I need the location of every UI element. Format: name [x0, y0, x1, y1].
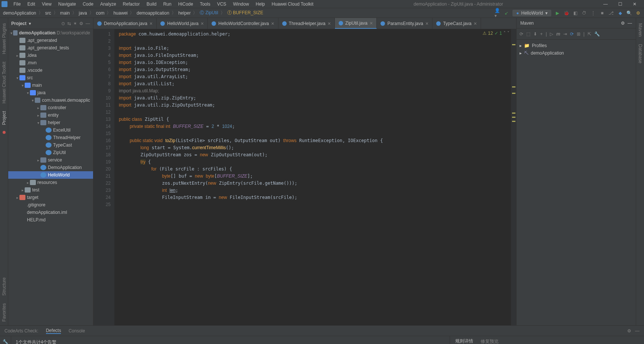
- tree-node[interactable]: .vscode: [8, 67, 93, 74]
- favorites-tab[interactable]: Favorites: [1, 300, 7, 325]
- menu-analyze[interactable]: Analyze: [97, 1, 119, 7]
- run-icon[interactable]: ▷: [550, 31, 553, 37]
- expand-icon[interactable]: ⇆: [67, 21, 71, 26]
- tree-node[interactable]: entity: [8, 111, 93, 119]
- tree-node[interactable]: ExcelUtil: [8, 126, 93, 134]
- tree-node[interactable]: HELP.md: [8, 216, 93, 224]
- tree-node[interactable]: demoApplication.iml: [8, 209, 93, 216]
- defects-list[interactable]: 1个文件共计4个告警 ▾ Ⓒ ZipUtil.java 4 ⚠Do not im…: [11, 336, 450, 344]
- crumb[interactable]: demoApplication: [3, 10, 36, 16]
- hide-icon[interactable]: —: [628, 21, 632, 26]
- tree-node[interactable]: java: [8, 89, 93, 96]
- crumb[interactable]: ⓕ BUFFER_SIZE: [227, 10, 264, 16]
- tree-node[interactable]: com.huawei.demoapplic: [8, 96, 93, 104]
- skip-tests-icon[interactable]: ⇥: [563, 31, 567, 37]
- marker-bar[interactable]: [511, 29, 516, 325]
- maven-project[interactable]: ▸⛏demoApplication: [520, 49, 633, 57]
- maven-tab[interactable]: Maven: [637, 19, 644, 40]
- menu-refactor[interactable]: Refactor: [120, 1, 143, 7]
- tab-demo-application[interactable]: DemoApplication.java×: [93, 18, 157, 29]
- menu-build[interactable]: Build: [144, 1, 160, 7]
- exec-icon[interactable]: m: [556, 31, 560, 37]
- tree-node[interactable]: main: [8, 82, 93, 89]
- close-icon[interactable]: ×: [201, 21, 204, 27]
- tab-helloworld[interactable]: HelloWorld.java×: [157, 18, 208, 29]
- gear-icon[interactable]: ⚙: [79, 21, 83, 26]
- close-icon[interactable]: ×: [425, 21, 428, 27]
- pull-icon[interactable]: ↙: [503, 10, 509, 16]
- fix-preview-tab[interactable]: 修复预览: [481, 338, 499, 344]
- defects-tab[interactable]: Defects: [46, 328, 61, 334]
- menu-help[interactable]: Help: [253, 1, 268, 7]
- minimize-icon[interactable]: —: [600, 1, 611, 7]
- menu-huawei[interactable]: Huawei Cloud Toolkit: [269, 1, 317, 7]
- editor-body[interactable]: 1234567891011121314151617181920212223242…: [93, 29, 516, 325]
- close-icon[interactable]: ×: [150, 21, 152, 27]
- tree-root[interactable]: demoApplication D:\workspace\de: [8, 29, 93, 37]
- console-tab[interactable]: Console: [68, 328, 85, 334]
- reload-icon[interactable]: ⟳: [520, 31, 523, 37]
- wrench-icon[interactable]: 🔧: [594, 31, 600, 37]
- add-icon[interactable]: +: [540, 31, 543, 37]
- tree-node[interactable]: service: [8, 156, 93, 164]
- crumb[interactable]: Ⓒ ZipUtil: [200, 10, 218, 16]
- tree-node[interactable]: .mvn: [8, 59, 93, 67]
- tab-typecast[interactable]: TypeCast.java×: [432, 18, 481, 29]
- crumb[interactable]: helper: [178, 10, 191, 16]
- tree-node[interactable]: .apt_generated: [8, 37, 93, 44]
- stop-icon[interactable]: ■: [599, 10, 605, 16]
- maven-profiles[interactable]: ▸📁Profiles: [520, 42, 633, 49]
- tab-helloworld-controller[interactable]: HelloWorldController.java×: [208, 18, 278, 29]
- close-icon[interactable]: ×: [474, 21, 477, 27]
- tree-node[interactable]: controller: [8, 104, 93, 111]
- debug-icon[interactable]: 🐞: [563, 10, 569, 16]
- huawei-cloud-toolkit-tab[interactable]: Huawei Cloud Toolkit: [1, 58, 7, 107]
- structure-tab[interactable]: Structure: [1, 274, 7, 300]
- maximize-icon[interactable]: ☐: [615, 1, 625, 7]
- select-opened-icon[interactable]: ⊙: [61, 21, 65, 26]
- menu-tools[interactable]: Tools: [197, 1, 213, 7]
- menu-code[interactable]: Code: [80, 1, 96, 7]
- tree-node[interactable]: ThreadHelper: [8, 134, 93, 141]
- tree-node[interactable]: resources: [8, 179, 93, 186]
- close-icon[interactable]: ×: [271, 21, 274, 27]
- tab-threadhelper[interactable]: ThreadHelper.java×: [278, 18, 335, 29]
- close-icon[interactable]: ×: [370, 20, 373, 26]
- user-icon[interactable]: 👤▾: [494, 10, 500, 16]
- offline-icon[interactable]: ⟳: [570, 31, 574, 37]
- menu-hicode[interactable]: HiCode: [175, 1, 196, 7]
- rule-detail-tab[interactable]: 规则详情: [455, 338, 473, 344]
- hide-icon[interactable]: —: [86, 21, 90, 26]
- tab-paramsentity[interactable]: ParamsEntity.java×: [377, 18, 432, 29]
- run-config-dropdown[interactable]: ●HelloWorld▾: [512, 10, 551, 16]
- toolbox-icon[interactable]: ◆: [617, 10, 623, 16]
- project-tree[interactable]: demoApplication D:\workspace\de .apt_gen…: [8, 29, 93, 325]
- tree-node[interactable]: .apt_generated_tests: [8, 44, 93, 52]
- huawei-plugins-tab[interactable]: Huawei Plugins: [1, 19, 7, 58]
- tree-node[interactable]: HelloWorld: [8, 171, 93, 179]
- close-icon[interactable]: ✕: [630, 1, 640, 7]
- tree-node[interactable]: DemoApplication: [8, 164, 93, 171]
- crumb[interactable]: main: [60, 10, 70, 16]
- crumb[interactable]: demoapplication: [136, 10, 169, 16]
- search-icon[interactable]: 🔍: [626, 10, 632, 16]
- crumb[interactable]: java: [79, 10, 87, 16]
- menu-vcs[interactable]: VCS: [214, 1, 229, 7]
- download-icon[interactable]: ⬇: [533, 31, 537, 37]
- wrench-icon[interactable]: 🔧: [3, 339, 8, 344]
- git-icon[interactable]: ⎇: [608, 10, 614, 16]
- generate-icon[interactable]: ⬚: [526, 31, 530, 37]
- tree-node[interactable]: target: [8, 194, 93, 201]
- tree-node[interactable]: .gitignore: [8, 201, 93, 209]
- menu-window[interactable]: Window: [230, 1, 252, 7]
- tree-node[interactable]: .idea: [8, 52, 93, 59]
- gear-icon[interactable]: ⚙: [621, 21, 625, 26]
- inspection-widget[interactable]: ⚠ 12 ✓ 1 ˄˅: [483, 31, 509, 36]
- show-deps-icon[interactable]: ⊞: [577, 31, 580, 37]
- more-icon[interactable]: ⋮: [590, 10, 596, 16]
- crumb[interactable]: com: [96, 10, 105, 16]
- crumb[interactable]: huawei: [113, 10, 127, 16]
- tree-node[interactable]: test: [8, 186, 93, 194]
- settings-icon[interactable]: ⚙: [635, 10, 641, 16]
- profile-icon[interactable]: ⏱: [581, 10, 587, 16]
